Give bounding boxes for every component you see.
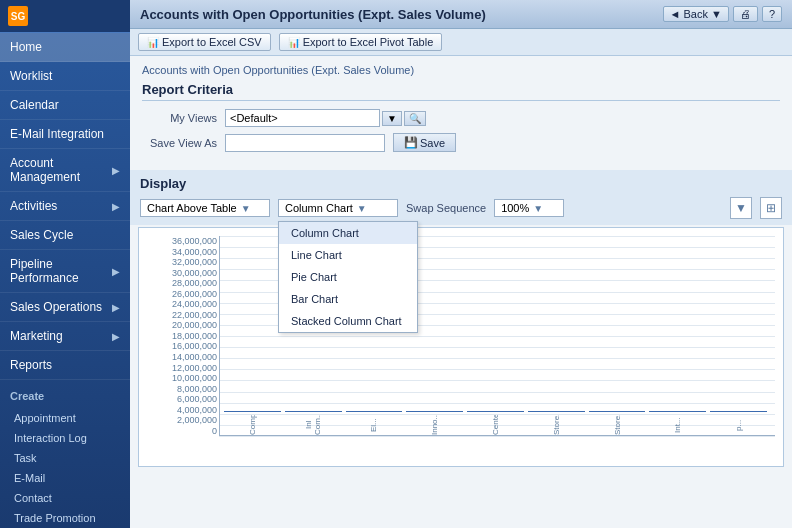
toolbar: 📊 Export to Excel CSV 📊 Export to Excel … [130, 29, 792, 56]
sidebar-create-task[interactable]: Task [0, 448, 130, 468]
y-axis-label: 24,000,000 [172, 299, 217, 309]
bar-label: Compu... [248, 415, 257, 435]
chevron-right-icon: ▶ [112, 266, 120, 277]
sidebar-item-home[interactable]: Home [0, 33, 130, 62]
sidebar-create-e-mail[interactable]: E-Mail [0, 468, 130, 488]
y-axis-label: 22,000,000 [172, 310, 217, 320]
chart-type-pie[interactable]: Pie Chart [279, 266, 417, 288]
chart-type-bar[interactable]: Bar Chart [279, 288, 417, 310]
sidebar-item-activities[interactable]: Activities ▶ [0, 192, 130, 221]
y-axis-label: 0 [212, 426, 217, 436]
my-views-input[interactable] [225, 109, 380, 127]
main-content: Accounts with Open Opportunities (Expt. … [130, 0, 792, 528]
back-arrow-icon: ◄ [670, 8, 681, 20]
print-button[interactable]: 🖨 [733, 6, 758, 22]
sidebar-item-reports[interactable]: Reports [0, 351, 130, 380]
chevron-right-icon: ▶ [112, 331, 120, 342]
chart-type-column[interactable]: Column Chart [279, 222, 417, 244]
my-views-dropdown-button[interactable]: ▼ [382, 111, 402, 126]
bar-group: Inno... [406, 411, 463, 435]
print-icon: 🖨 [740, 8, 751, 20]
filter-button[interactable]: ▼ [730, 197, 752, 219]
y-axis-label: 20,000,000 [172, 320, 217, 330]
y-axis-label: 30,000,000 [172, 268, 217, 278]
title-bar-controls: ◄ Back ▼ 🖨 ? [663, 6, 783, 22]
chevron-right-icon: ▶ [112, 165, 120, 176]
sidebar-item-sales-cycle[interactable]: Sales Cycle [0, 221, 130, 250]
save-icon: 💾 [404, 136, 418, 149]
display-controls: Chart Above Table ▼ Column Chart ▼ Colum… [140, 197, 782, 219]
back-button[interactable]: ◄ Back ▼ [663, 6, 729, 22]
y-axis-label: 6,000,000 [177, 394, 217, 404]
chart-position-select[interactable]: Chart Above Table ▼ [140, 199, 270, 217]
bar[interactable] [710, 411, 767, 412]
bar-label: Center... [491, 415, 500, 435]
bar[interactable] [589, 411, 646, 412]
bar-group: Inl Com... [285, 411, 342, 435]
chart-type-wrapper: Column Chart ▼ Column Chart Line Chart P… [278, 199, 398, 217]
view-icon: ⊞ [766, 201, 776, 215]
my-views-search-button[interactable]: 🔍 [404, 111, 426, 126]
bar[interactable] [649, 411, 706, 412]
y-axis-label: 16,000,000 [172, 341, 217, 351]
bar[interactable] [285, 411, 342, 412]
help-icon: ? [769, 8, 775, 20]
bar-label: Store... [613, 415, 622, 435]
help-button[interactable]: ? [762, 6, 782, 22]
bar[interactable] [528, 411, 585, 412]
sidebar-create-trade-promotion[interactable]: Trade Promotion [0, 508, 130, 528]
export-csv-icon: 📊 [147, 37, 159, 48]
sidebar-item-worklist[interactable]: Worklist [0, 62, 130, 91]
sidebar-create-contact[interactable]: Contact [0, 488, 130, 508]
bar-label: Store... [552, 415, 561, 435]
sidebar-item-marketing[interactable]: Marketing ▶ [0, 322, 130, 351]
chevron-right-icon: ▶ [112, 302, 120, 313]
save-button[interactable]: 💾 Save [393, 133, 456, 152]
my-views-row: My Views ▼ 🔍 [142, 109, 780, 127]
bar[interactable] [406, 411, 463, 412]
sidebar-item-pipeline[interactable]: Pipeline Performance ▶ [0, 250, 130, 293]
sidebar-item-sales-ops[interactable]: Sales Operations ▶ [0, 293, 130, 322]
chart-type-dropdown-menu: Column Chart Line Chart Pie Chart Bar Ch… [278, 221, 418, 333]
y-axis-label: 28,000,000 [172, 278, 217, 288]
page-title: Accounts with Open Opportunities (Expt. … [140, 7, 486, 22]
zoom-select[interactable]: 100% ▼ [494, 199, 564, 217]
y-axis-label: 8,000,000 [177, 384, 217, 394]
y-axis-label: 12,000,000 [172, 363, 217, 373]
chart-type-select[interactable]: Column Chart ▼ [278, 199, 398, 217]
y-axis-label: 2,000,000 [177, 415, 217, 425]
y-axis-label: 14,000,000 [172, 352, 217, 362]
save-view-input[interactable] [225, 134, 385, 152]
content-area: Accounts with Open Opportunities (Expt. … [130, 56, 792, 166]
bar-label: Inl Com... [304, 415, 322, 435]
bar[interactable] [467, 411, 524, 412]
chart-type-arrow-icon: ▼ [357, 203, 367, 214]
chart-type-stacked[interactable]: Stacked Column Chart [279, 310, 417, 332]
chart-position-arrow-icon: ▼ [241, 203, 251, 214]
bar-label: p... [734, 415, 743, 435]
save-view-label: Save View As [142, 137, 217, 149]
chevron-right-icon: ▶ [112, 201, 120, 212]
sidebar-logo: SG [8, 6, 28, 26]
y-axis-label: 34,000,000 [172, 247, 217, 257]
chart-type-line[interactable]: Line Chart [279, 244, 417, 266]
bar[interactable] [346, 411, 403, 412]
sidebar-item-account[interactable]: Account Management ▶ [0, 149, 130, 192]
sidebar-header: SG [0, 0, 130, 33]
export-csv-button[interactable]: 📊 Export to Excel CSV [138, 33, 271, 51]
sidebar-create-section: Create [0, 384, 130, 408]
bar[interactable] [224, 411, 281, 412]
display-title: Display [140, 176, 782, 191]
view-toggle-button[interactable]: ⊞ [760, 197, 782, 219]
sidebar-create-appointment[interactable]: Appointment [0, 408, 130, 428]
grid-line [219, 436, 775, 437]
export-pivot-button[interactable]: 📊 Export to Excel Pivot Table [279, 33, 443, 51]
dropdown-arrow-icon: ▼ [711, 8, 722, 20]
sidebar-create-interaction-log[interactable]: Interaction Log [0, 428, 130, 448]
sidebar-item-calendar[interactable]: Calendar [0, 91, 130, 120]
bar-label: El... [369, 415, 378, 435]
sidebar-item-email[interactable]: E-Mail Integration [0, 120, 130, 149]
sidebar: SG Home Worklist Calendar E-Mail Integra… [0, 0, 130, 528]
y-axis-label: 26,000,000 [172, 289, 217, 299]
export-pivot-icon: 📊 [288, 37, 300, 48]
